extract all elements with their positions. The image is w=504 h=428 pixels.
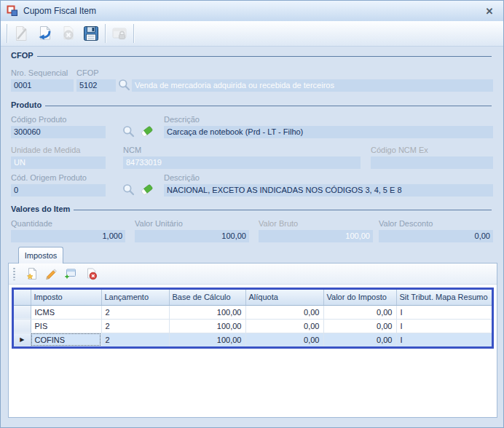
cell-lancamento[interactable]: 2 [101, 333, 169, 346]
valor-bruto-field[interactable]: 100,00 [259, 230, 373, 242]
cell-valor[interactable]: 0,00 [323, 319, 396, 333]
grid-header-row: Imposto Lançamento Base de Cálculo Alíqu… [14, 290, 492, 305]
cell-imposto[interactable]: COFINS [31, 333, 101, 346]
lock-icon [111, 25, 128, 42]
valores-group-title: Valores do Item [11, 205, 70, 213]
ncm-ex-label: Código NCM Ex [371, 146, 428, 154]
valor-unitario-field[interactable]: 100,00 [135, 230, 249, 242]
toolbar-separator [105, 24, 106, 43]
origem-descricao-field[interactable]: NACIONAL, EXCETO AS INDICADAS NOS CÓDIGO… [164, 184, 493, 197]
group-divider [45, 106, 492, 106]
cancel-button[interactable] [56, 23, 79, 44]
cell-imposto[interactable]: PIS [31, 319, 101, 333]
cell-valor[interactable]: 0,00 [323, 305, 396, 319]
cell-base[interactable]: 100,00 [169, 319, 245, 333]
cfop-label: CFOP [76, 68, 99, 77]
row-header-cell[interactable] [14, 319, 31, 333]
valor-bruto-label: Valor Bruto [259, 219, 298, 228]
column-header-sit[interactable]: Sit Tribut. Mapa Resumo [396, 290, 492, 305]
cfop-descricao-field[interactable]: Venda de mercadoria adquirida ou recebid… [132, 79, 493, 92]
column-header-aliquota[interactable]: Alíquota [245, 290, 323, 305]
lock-button[interactable] [108, 23, 131, 44]
quantidade-field[interactable]: 1,000 [11, 230, 125, 242]
grid-row-icms[interactable]: ICMS 2 100,00 0,00 0,00 I [14, 305, 492, 319]
produto-descricao-field[interactable]: Carcaça de notebook (Prd - LT - Filho) [164, 126, 493, 138]
cell-base[interactable]: 100,00 [169, 333, 245, 346]
cell-imposto[interactable]: ICMS [31, 305, 101, 319]
valor-desconto-label: Valor Desconto [379, 219, 433, 228]
cell-aliquota[interactable]: 0,00 [245, 305, 323, 319]
origem-produto-field[interactable]: 0 [11, 184, 106, 197]
codigo-produto-label: Código Produto [11, 115, 66, 124]
produto-group-title: Produto [11, 100, 42, 109]
quantidade-label: Quantidade [11, 219, 52, 228]
column-header-base[interactable]: Base de Cálculo [169, 290, 245, 305]
delete-record-icon [84, 267, 98, 280]
cell-lancamento[interactable]: 2 [101, 319, 169, 333]
app-icon [7, 5, 18, 17]
column-header-imposto[interactable]: Imposto [31, 290, 101, 305]
save-button[interactable] [79, 23, 103, 44]
edit-record-button[interactable] [42, 266, 59, 282]
row-header-cell[interactable]: ▶ [14, 333, 31, 346]
undo-icon [36, 25, 53, 42]
edit-icon [12, 25, 30, 42]
new-record-button[interactable] [23, 266, 40, 282]
cell-sit[interactable]: I [396, 305, 492, 319]
codigo-produto-field[interactable]: 300060 [11, 126, 106, 138]
ncm-field[interactable]: 84733019 [123, 156, 361, 169]
toolbar-separator [7, 24, 7, 43]
origem-clear-icon[interactable] [140, 183, 154, 199]
origem-search-icon[interactable] [122, 183, 135, 199]
row-header-cell[interactable] [14, 305, 31, 319]
grid-row-cofins[interactable]: ▶ COFINS 2 100,00 0,00 0,00 I [14, 333, 492, 346]
ncm-ex-field[interactable] [371, 156, 493, 169]
close-icon[interactable]: ✕ [483, 6, 496, 17]
add-record-button[interactable] [61, 266, 78, 282]
grid-row-pis[interactable]: PIS 2 100,00 0,00 0,00 I [14, 319, 492, 333]
add-record-icon [63, 267, 76, 280]
unidade-medida-label: Unidade de Medida [11, 146, 80, 154]
cell-lancamento[interactable]: 2 [101, 305, 169, 319]
save-icon [82, 25, 100, 42]
valor-unitario-label: Valor Unitário [135, 219, 183, 228]
cell-valor[interactable]: 0,00 [323, 333, 396, 346]
group-divider [37, 56, 492, 57]
cfop-field[interactable]: 5102 [76, 79, 116, 92]
produto-group-header: Produto [11, 100, 492, 109]
produto-clear-icon[interactable] [140, 124, 154, 141]
cell-sit[interactable]: I [396, 333, 492, 346]
column-header-valor[interactable]: Valor do Imposto [323, 290, 396, 305]
cfop-group-title: CFOP [11, 51, 34, 60]
cfop-group-header: CFOP [11, 51, 492, 60]
edit-button[interactable] [9, 23, 33, 44]
tab-impostos[interactable]: Impostos [18, 247, 63, 263]
undo-button[interactable] [33, 23, 56, 44]
origem-produto-label: Cód. Origem Produto [11, 173, 87, 182]
cell-aliquota[interactable]: 0,00 [245, 319, 323, 333]
window-title: Cupom Fiscal Item [23, 6, 96, 16]
tab-impostos-label: Impostos [25, 251, 58, 260]
column-header-lancamento[interactable]: Lançamento [101, 290, 169, 305]
nro-sequencial-label: Nro. Sequencial [11, 68, 68, 77]
nro-sequencial-field[interactable]: 0001 [11, 79, 74, 92]
valores-group-header: Valores do Item [11, 205, 492, 213]
main-toolbar [1, 21, 503, 47]
cfop-search-icon[interactable] [117, 78, 131, 95]
impostos-toolbar [9, 263, 497, 285]
valor-desconto-field[interactable]: 0,00 [379, 230, 493, 242]
cell-aliquota[interactable]: 0,00 [245, 333, 323, 346]
group-divider [74, 210, 492, 210]
cell-sit[interactable]: I [396, 319, 492, 333]
unidade-medida-field[interactable]: UN [11, 156, 106, 169]
title-bar: Cupom Fiscal Item ✕ [1, 1, 503, 21]
toolbar-separator [133, 24, 134, 43]
cancel-icon [59, 25, 76, 42]
impostos-grid: Imposto Lançamento Base de Cálculo Alíqu… [12, 288, 494, 349]
cell-base[interactable]: 100,00 [169, 305, 245, 319]
toolbar-grip-handle[interactable] [12, 267, 17, 280]
delete-record-button[interactable] [82, 266, 99, 282]
new-record-icon [25, 267, 39, 280]
ncm-label: NCM [123, 146, 141, 154]
produto-search-icon[interactable] [122, 124, 135, 141]
